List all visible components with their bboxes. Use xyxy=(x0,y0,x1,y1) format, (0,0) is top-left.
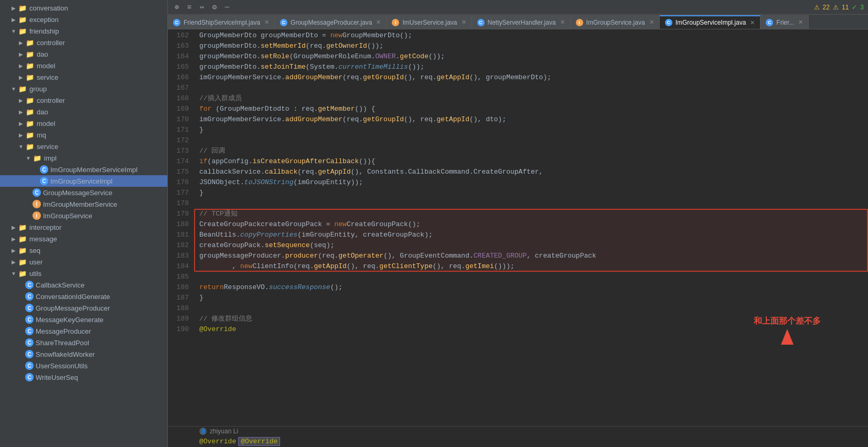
warning-icon: ⚠ xyxy=(814,4,820,11)
tab-close-imGroupServiceImpl[interactable]: ✕ xyxy=(750,19,755,26)
item-label-MessageKeyGenerate: MessageKeyGenerate xyxy=(36,316,103,324)
sidebar-item-friendship[interactable]: ▼📁friendship xyxy=(0,25,167,37)
tab-close-imUserService[interactable]: ✕ xyxy=(462,19,466,26)
sidebar-item-utils[interactable]: ▼📁utils xyxy=(0,268,167,279)
code-line-174: if(appConfig.isCreateGroupAfterCallback(… xyxy=(199,156,868,167)
java-i-icon-ImGroupService: I xyxy=(33,211,41,220)
code-area: 1621631641651661671681691701711721731741… xyxy=(168,29,868,426)
code-line-187: } xyxy=(199,293,868,303)
sidebar-item-mq[interactable]: ▶📁mq xyxy=(0,129,167,141)
java-c-icon-MessageKeyGenerate: C xyxy=(25,315,34,324)
item-label-WriteUserSeq: WriteUserSeq xyxy=(36,374,78,381)
git-author-icon: 👤 xyxy=(199,428,207,435)
arrow-service-f: ▶ xyxy=(17,74,25,80)
sidebar-item-message[interactable]: ▶📁message xyxy=(0,233,167,244)
list-icon[interactable]: ≡ xyxy=(185,3,194,12)
sidebar-item-service-g[interactable]: ▼📁service xyxy=(0,141,167,152)
java-g-icon-CallbackService: C xyxy=(25,281,34,289)
item-label-dao2: dao xyxy=(37,108,48,116)
sidebar-item-exception[interactable]: ▶📁exception xyxy=(0,14,167,25)
arrow-user: ▶ xyxy=(9,259,18,265)
tab-close-imGroupService[interactable]: ✕ xyxy=(649,19,654,26)
tab-close-friendshipServiceImpl[interactable]: ✕ xyxy=(264,19,269,26)
folder-icon-group: 📁 xyxy=(18,85,27,93)
tab-close-groupMessageProducer[interactable]: ✕ xyxy=(376,19,381,26)
ok-icon: ✓ xyxy=(852,4,857,11)
tab-groupMessageProducer[interactable]: C GroupMessageProducer.java ✕ xyxy=(275,15,387,29)
java-g-icon-ShareThreadPool: C xyxy=(25,338,34,347)
code-line-184: , new ClientInfo(req.getAppId(), req.get… xyxy=(199,261,868,272)
sidebar-item-service-f[interactable]: ▶📁service xyxy=(0,71,167,83)
sidebar-item-ImGroupService[interactable]: IImGroupService xyxy=(0,210,167,221)
tab-close-frier[interactable]: ✕ xyxy=(798,19,803,26)
tab-imGroupServiceImpl[interactable]: C ImGroupServiceImpl.java ✕ xyxy=(660,15,761,29)
settings-icon[interactable]: ⚙ xyxy=(210,3,219,12)
item-label-user: user xyxy=(29,258,42,266)
tab-frier[interactable]: C Frier... ✕ xyxy=(760,15,809,29)
sidebar-item-CallbackService[interactable]: CCallbackService xyxy=(0,279,167,291)
arrow-seq: ▶ xyxy=(9,248,18,253)
item-label-MessageProducer: MessageProducer xyxy=(36,327,91,335)
arrow-mq: ▶ xyxy=(17,132,25,138)
sidebar-item-ShareThreadPool[interactable]: CShareThreadPool xyxy=(0,337,167,348)
sidebar-item-dao[interactable]: ▶📁dao xyxy=(0,48,167,60)
sidebar-item-ConversationIdGenerate[interactable]: CConversationIdGenerate xyxy=(0,291,167,302)
tab-label-frier: Frier... xyxy=(776,19,794,26)
sidebar-item-WriteUserSeq[interactable]: CWriteUserSeq xyxy=(0,371,167,383)
sidebar-item-GroupMessageService[interactable]: CGroupMessageService xyxy=(0,187,167,198)
item-label-exception: exception xyxy=(29,16,59,24)
arrow-friendship: ▼ xyxy=(9,28,18,34)
item-label-controller2: controller xyxy=(37,97,65,104)
sidebar-item-ImGroupMemberServiceImpl[interactable]: CImGroupMemberServiceImpl xyxy=(0,164,167,175)
item-label-interceptor: interceptor xyxy=(29,224,61,231)
code-line-178 xyxy=(199,198,868,209)
item-label-ImGroupMemberServiceImpl: ImGroupMemberServiceImpl xyxy=(50,166,137,174)
ok-count: 3 xyxy=(860,4,864,11)
minus-icon[interactable]: ─ xyxy=(222,3,232,12)
sidebar-item-controller2[interactable]: ▶📁controller xyxy=(0,94,167,106)
target-icon[interactable]: ⊕ xyxy=(172,3,181,12)
sidebar-item-model[interactable]: ▶📁model xyxy=(0,60,167,71)
sidebar-item-interceptor[interactable]: ▶📁interceptor xyxy=(0,221,167,233)
sidebar-item-model2[interactable]: ▶📁model xyxy=(0,118,167,129)
arrow-utils: ▼ xyxy=(9,271,18,276)
sidebar-item-SnowflakeIdWorker[interactable]: CSnowflakeIdWorker xyxy=(0,348,167,360)
arrow-dao: ▶ xyxy=(17,51,25,57)
sidebar-item-MessageProducer[interactable]: CMessageProducer xyxy=(0,325,167,337)
warning-count: 22 xyxy=(823,4,830,11)
folder-icon-exception: 📁 xyxy=(18,16,27,24)
sidebar-item-GroupMessageProducer[interactable]: CGroupMessageProducer xyxy=(0,302,167,314)
tab-nettyServerHandler[interactable]: C NettyServerHandler.java ✕ xyxy=(472,15,571,29)
folder-icon-seq: 📁 xyxy=(18,247,27,254)
item-label-utils: utils xyxy=(29,270,41,278)
item-label-conversation: conversation xyxy=(29,4,68,12)
item-label-UserSessionUtils: UserSessionUtils xyxy=(36,362,88,370)
sidebar-item-impl[interactable]: ▼📁impl xyxy=(0,152,167,164)
code-content[interactable]: GroupMemberDto groupMemberDto = new Grou… xyxy=(194,29,868,426)
sidebar-item-conversation[interactable]: ▶📁conversation xyxy=(0,2,167,14)
sidebar-item-seq[interactable]: ▶📁seq xyxy=(0,244,167,256)
arrow-controller: ▶ xyxy=(17,40,25,46)
sidebar-item-group[interactable]: ▼📁group xyxy=(0,83,167,94)
sidebar-item-dao2[interactable]: ▶📁dao xyxy=(0,106,167,118)
sidebar-item-ImGroupMemberService[interactable]: IImGroupMemberService xyxy=(0,198,167,210)
sidebar-item-controller[interactable]: ▶📁controller xyxy=(0,37,167,48)
tab-close-nettyServerHandler[interactable]: ✕ xyxy=(560,19,565,26)
file-tree[interactable]: ▶📁conversation▶📁exception▼📁friendship▶📁c… xyxy=(0,0,168,447)
item-label-mq: mq xyxy=(37,131,46,139)
tab-imUserService[interactable]: I ImUserService.java ✕ xyxy=(387,15,471,29)
tab-friendshipServiceImpl[interactable]: C FriendShipServiceImpl.java ✕ xyxy=(168,15,275,29)
folder-icon-conversation: 📁 xyxy=(18,4,27,12)
arrow-service-g: ▼ xyxy=(17,144,25,150)
arrow-message: ▶ xyxy=(9,236,18,242)
tab-imGroupService[interactable]: I ImGroupService.java ✕ xyxy=(571,15,660,29)
sidebar-item-UserSessionUtils[interactable]: CUserSessionUtils xyxy=(0,360,167,371)
main-content: ⊕ ≡ ⇔ ⚙ ─ ⚠ 22 ⚠ 11 ✓ 3 C FriendShipServ… xyxy=(168,0,868,447)
tab-bar: C FriendShipServiceImpl.java ✕ C GroupMe… xyxy=(168,15,868,29)
sidebar-item-user[interactable]: ▶📁user xyxy=(0,256,167,268)
folder-icon-model2: 📁 xyxy=(25,120,35,127)
sidebar-item-MessageKeyGenerate[interactable]: CMessageKeyGenerate xyxy=(0,314,167,325)
item-label-ShareThreadPool: ShareThreadPool xyxy=(36,339,89,347)
sidebar-item-ImGroupServiceImpl[interactable]: CImGroupServiceImpl xyxy=(0,175,167,187)
split-icon[interactable]: ⇔ xyxy=(197,3,207,12)
